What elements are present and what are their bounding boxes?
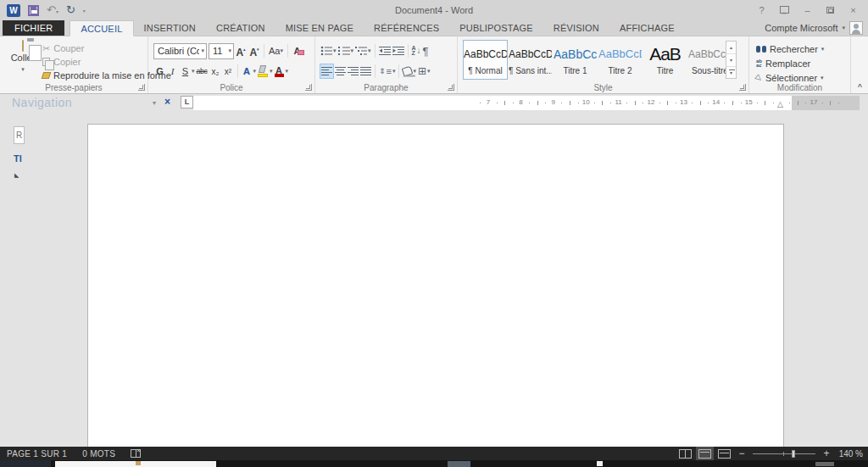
font-name-caret-icon[interactable]: ▾ [201,47,204,54]
styles-dialog-launcher[interactable] [739,84,746,91]
highlight-button[interactable] [256,64,270,79]
italic-button[interactable]: I [166,64,179,79]
tab-stop-selector[interactable]: L [181,96,193,108]
print-layout-icon[interactable] [698,449,711,459]
styles-scroll-down-icon[interactable]: ▾ [726,54,736,67]
close-button[interactable]: × [842,0,865,20]
zoom-slider-thumb[interactable] [792,450,795,458]
font-dialog-launcher[interactable] [305,84,312,91]
sort-button[interactable]: AZ↓ [411,43,422,58]
multilevel-list-button[interactable]: ▾ [354,43,372,58]
ribbon-tab[interactable]: AFFICHAGE [609,20,685,36]
ribbon-tab[interactable]: CRÉATION [206,20,275,36]
zoom-out-button[interactable]: − [737,448,746,459]
font-name-combo[interactable]: ▾ [153,43,207,59]
ribbon-tab[interactable]: PUBLIPOSTAGE [449,20,543,36]
align-left-button[interactable] [320,64,334,79]
paste-caret-icon[interactable]: ▾ [21,66,25,72]
document-page[interactable] [87,124,784,447]
font-name-input[interactable] [158,46,199,56]
collapse-ribbon-icon[interactable]: ^ [858,82,862,91]
superscript-button[interactable]: x² [222,64,235,79]
borders-button[interactable]: ⊞ ▾ [417,64,431,79]
ribbon-tab[interactable]: INSERTION [134,20,207,36]
find-caret-icon[interactable]: ▾ [821,46,825,53]
navigation-search-fragment[interactable]: R [14,126,25,144]
style-card[interactable]: AaBbCcD Titre 2 [598,40,643,80]
style-card[interactable]: AaBbCcDc ¶ Normal [463,40,508,80]
replace-button[interactable]: abac Remplacer [756,57,810,69]
bullets-caret-icon[interactable]: ▾ [333,47,337,54]
multilevel-list-caret-icon[interactable]: ▾ [368,47,371,54]
align-right-button[interactable] [347,64,359,79]
font-size-combo[interactable]: ▾ [209,43,234,59]
ribbon-tab[interactable]: FICHIER [3,20,64,36]
zoom-slider[interactable] [753,449,815,459]
select-button[interactable]: ▷ Sélectionner ▾ [756,71,824,84]
grow-font-button[interactable]: A [234,43,248,58]
clipboard-dialog-launcher[interactable] [138,84,145,91]
change-case-button[interactable]: Aa▾ [267,43,285,58]
style-card[interactable]: AaBbCcDc ¶ Sans int... [508,40,553,80]
proofing-icon[interactable] [131,449,141,458]
justify-button[interactable] [359,64,372,79]
navigation-collapse-triangle-icon[interactable]: ◣ [14,172,19,179]
find-binoculars-icon [756,46,766,53]
avatar[interactable] [849,21,863,35]
shading-caret-icon[interactable]: ▾ [413,68,416,75]
right-indent-marker[interactable]: △ [777,100,783,108]
web-layout-icon[interactable] [718,449,731,459]
zoom-percentage[interactable]: 140 % [837,449,863,459]
bold-button[interactable]: G [153,64,166,79]
word-count[interactable]: 0 MOTS [82,449,115,459]
styles-group: AaBbCcDc ¶ Normal AaBbCcDc ¶ Sans int...… [458,36,749,93]
navigation-tab-fragment[interactable]: Tl [14,153,22,164]
restore-button[interactable] [819,0,842,20]
styles-scroll-up-icon[interactable]: ▴ [726,42,736,54]
style-card[interactable]: AaBbCc Titre 1 [553,40,598,80]
numbering-caret-icon[interactable]: ▾ [351,47,354,54]
font-color-button[interactable]: A [273,64,286,79]
navigation-close-icon[interactable]: × [164,96,170,108]
paste-button[interactable]: Coller ▾ [7,41,39,86]
find-button[interactable]: Rechercher ▾ [756,42,824,55]
help-button[interactable]: ? [750,0,773,20]
paragraph-dialog-launcher[interactable] [448,84,454,91]
font-color-caret-icon[interactable]: ▾ [286,68,289,75]
minimize-button[interactable]: – [796,0,819,20]
clear-formatting-button[interactable]: A [291,43,303,58]
navigation-menu-caret-icon[interactable]: ▾ [153,99,156,107]
text-effects-button[interactable]: A [241,64,253,79]
styles-more-icon[interactable]: ▾ [726,67,736,79]
zoom-in-button[interactable]: + [822,448,831,459]
read-mode-icon[interactable] [679,449,692,459]
align-center-button[interactable] [334,64,347,79]
ribbon-tab[interactable]: MISE EN PAGE [275,20,364,36]
ribbon-tab[interactable]: ACCUEIL [70,20,133,36]
borders-caret-icon[interactable]: ▾ [427,68,431,75]
ribbon-display-options-button[interactable] [773,0,796,20]
font-size-input[interactable] [213,46,226,56]
shrink-font-button[interactable]: A [248,43,261,58]
numbering-button[interactable]: ▾ [337,43,355,58]
select-caret-icon[interactable]: ▾ [821,75,824,81]
style-card[interactable]: AaB Titre [643,40,687,80]
account-area[interactable]: Compte Microsoft ▾ [765,20,868,36]
ribbon-tab[interactable]: RÉVISION [543,20,609,36]
strikethrough-button[interactable]: abc [195,64,209,79]
line-spacing-caret-icon[interactable]: ▾ [392,68,396,75]
line-spacing-button[interactable]: ⇕≡ ▾ [378,64,396,79]
shading-button[interactable]: ▾ [402,64,417,79]
bullets-button[interactable]: ▾ [320,43,337,58]
page-indicator[interactable]: PAGE 1 SUR 1 [7,449,67,459]
show-marks-button[interactable]: ¶ [422,43,430,58]
grow-font-icon: A [236,47,245,58]
decrease-indent-button[interactable] [378,43,392,58]
ruler-number: 13 [680,98,687,106]
subscript-button[interactable]: x₂ [209,64,222,79]
ribbon-tab[interactable]: RÉFÉRENCES [364,20,449,36]
font-size-caret-icon[interactable]: ▾ [228,47,231,54]
increase-indent-button[interactable] [392,43,405,58]
underline-button[interactable]: S [179,64,192,79]
borders-icon: ⊞ [418,65,426,77]
